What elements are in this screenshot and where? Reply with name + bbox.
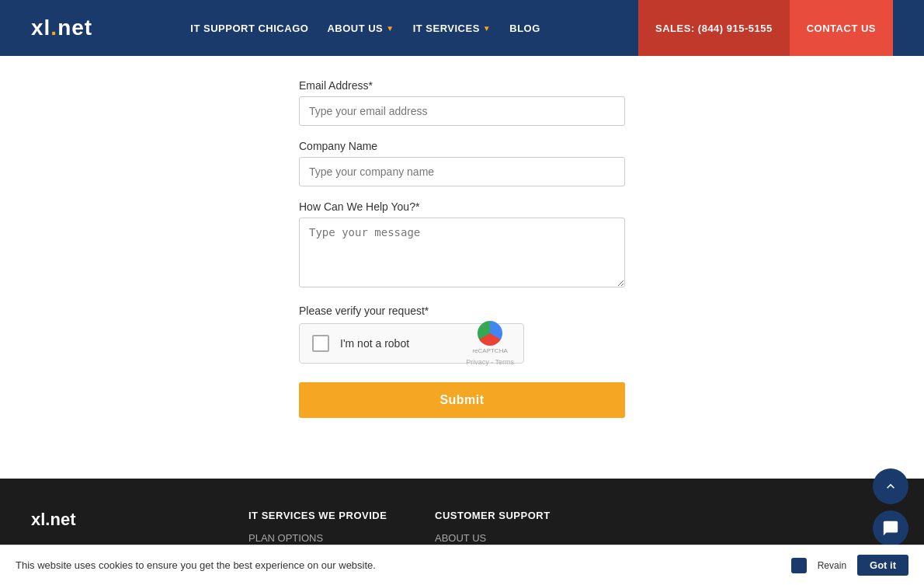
main-content: Email Address* Company Name How Can We H… bbox=[0, 56, 924, 479]
footer-support-title: CUSTOMER SUPPORT bbox=[435, 510, 575, 521]
chat-button[interactable] bbox=[873, 510, 908, 546]
logo-dot: . bbox=[50, 16, 57, 40]
nav-about-arrow: ▼ bbox=[386, 24, 394, 33]
submit-group: Submit bbox=[299, 378, 625, 418]
email-input[interactable] bbox=[299, 96, 625, 126]
logo-text: xl.net bbox=[31, 16, 92, 40]
footer-logo[interactable]: xl.net bbox=[31, 510, 202, 530]
captcha-label: Please verify your request* bbox=[299, 305, 625, 317]
header-buttons: SALES: (844) 915-5155 CONTACT US bbox=[638, 0, 893, 56]
recaptcha-checkbox[interactable] bbox=[312, 335, 329, 352]
help-label: How Can We Help You?* bbox=[299, 200, 625, 213]
contact-form-container: Email Address* Company Name How Can We H… bbox=[283, 79, 641, 418]
scroll-top-button[interactable] bbox=[873, 468, 908, 504]
cookie-message: This website uses cookies to ensure you … bbox=[16, 559, 376, 571]
footer-link-about[interactable]: ABOUT US bbox=[435, 532, 575, 544]
email-label: Email Address* bbox=[299, 79, 625, 92]
cookie-got-button[interactable]: Got it bbox=[857, 555, 908, 576]
submit-button[interactable]: Submit bbox=[299, 382, 625, 418]
nav-it-support[interactable]: IT SUPPORT CHICAGO bbox=[190, 23, 308, 34]
sales-button[interactable]: SALES: (844) 915-5155 bbox=[638, 0, 790, 56]
footer-services-title: IT SERVICES WE PROVIDE bbox=[248, 510, 388, 521]
help-textarea[interactable] bbox=[299, 218, 625, 287]
recaptcha-text: I'm not a robot bbox=[340, 337, 409, 350]
help-group: How Can We Help You?* bbox=[299, 200, 625, 291]
recaptcha-box[interactable]: I'm not a robot reCAPTCHA Privacy - Term… bbox=[299, 323, 524, 364]
nav-services-arrow: ▼ bbox=[483, 24, 491, 33]
contact-button[interactable]: CONTACT US bbox=[790, 0, 893, 56]
company-label: Company Name bbox=[299, 140, 625, 152]
nav-blog[interactable]: BLOG bbox=[509, 23, 540, 34]
revain-inline: Revain bbox=[791, 558, 846, 573]
nav-services[interactable]: IT SERVICES ▼ bbox=[413, 23, 492, 34]
recaptcha-icon bbox=[478, 321, 502, 346]
revain-label: Revain bbox=[818, 560, 846, 571]
cookie-banner: This website uses cookies to ensure you … bbox=[0, 545, 924, 585]
email-group: Email Address* bbox=[299, 79, 625, 126]
revain-badge-icon bbox=[791, 558, 807, 573]
company-input[interactable] bbox=[299, 157, 625, 186]
nav-about[interactable]: ABOUT US ▼ bbox=[327, 23, 394, 34]
footer-link-plan[interactable]: PLAN OPTIONS bbox=[248, 532, 388, 544]
header: xl.net IT SUPPORT CHICAGO ABOUT US ▼ IT … bbox=[0, 0, 924, 56]
company-group: Company Name bbox=[299, 140, 625, 186]
revain-widget bbox=[873, 468, 908, 546]
recaptcha-brand: reCAPTCHA bbox=[472, 347, 507, 355]
recaptcha-footer: Privacy - Terms bbox=[466, 358, 514, 366]
recaptcha-logo: reCAPTCHA Privacy - Terms bbox=[466, 321, 514, 366]
main-nav: IT SUPPORT CHICAGO ABOUT US ▼ IT SERVICE… bbox=[190, 23, 540, 34]
captcha-group: Please verify your request* I'm not a ro… bbox=[299, 305, 625, 364]
logo[interactable]: xl.net bbox=[31, 16, 92, 40]
